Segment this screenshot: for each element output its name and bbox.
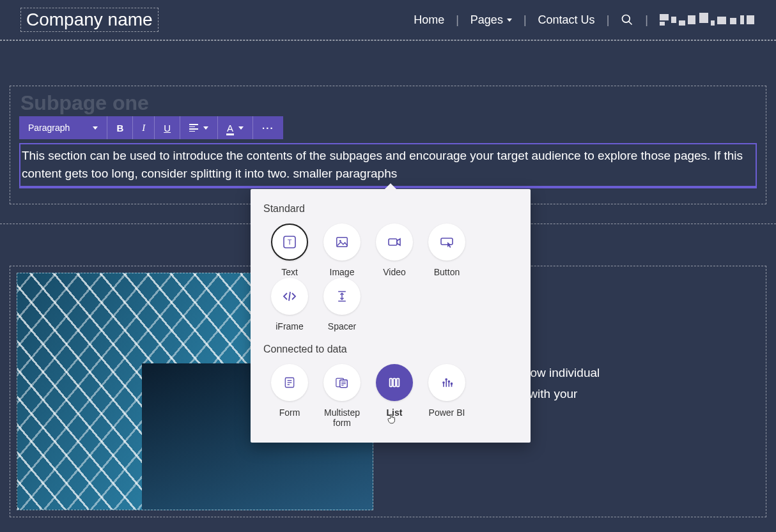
svg-line-1 — [629, 22, 632, 25]
italic-button[interactable]: I — [133, 116, 155, 139]
nav-contact[interactable]: Contact Us — [538, 13, 595, 27]
chevron-down-icon — [238, 126, 244, 130]
nav-home[interactable]: Home — [414, 13, 444, 27]
svg-rect-23 — [393, 378, 396, 386]
site-header: Company name Home | Pages | Contact Us |… — [0, 0, 776, 40]
popup-section-standard: Standard — [263, 203, 518, 215]
nav-separator: | — [607, 13, 610, 27]
nav-separator: | — [524, 13, 527, 27]
bold-button[interactable]: B — [107, 116, 133, 139]
powerbi-icon — [428, 364, 465, 401]
chevron-down-icon — [93, 126, 98, 130]
component-iframe[interactable]: iFrame — [263, 278, 316, 332]
nav-separator: | — [456, 13, 459, 27]
component-label: Video — [383, 267, 406, 278]
svg-point-30 — [446, 379, 447, 380]
popup-section-data: Connected to data — [263, 344, 518, 355]
text-icon: T — [271, 224, 308, 261]
svg-rect-24 — [397, 378, 400, 386]
image-icon — [323, 224, 361, 261]
company-name[interactable]: Company name — [20, 8, 159, 32]
component-label: Form — [279, 407, 300, 418]
svg-rect-4 — [337, 238, 348, 247]
underline-button[interactable]: U — [155, 116, 180, 139]
chevron-down-icon — [507, 19, 512, 22]
svg-point-0 — [623, 15, 630, 23]
svg-point-31 — [448, 381, 449, 382]
component-powerbi[interactable]: Power BI — [421, 364, 473, 429]
component-video[interactable]: Video — [368, 224, 421, 278]
svg-rect-6 — [389, 239, 397, 245]
component-label: Spacer — [328, 321, 356, 332]
list-icon — [376, 364, 413, 401]
nav-pages[interactable]: Pages — [470, 13, 512, 27]
paragraph-editor[interactable]: This section can be used to introduce th… — [19, 143, 757, 188]
more-options-button[interactable]: ··· — [253, 116, 283, 139]
button-icon — [428, 224, 465, 261]
component-list[interactable]: List — [368, 364, 421, 429]
svg-rect-7 — [441, 238, 453, 245]
svg-point-32 — [451, 383, 453, 384]
svg-text:T: T — [288, 238, 292, 246]
component-label: Image — [330, 267, 355, 278]
nav-separator: | — [645, 13, 648, 27]
component-multistep-form[interactable]: Multistep form — [316, 364, 368, 429]
iframe-icon — [271, 278, 308, 315]
spacer-icon — [323, 278, 361, 315]
component-image[interactable]: Image — [316, 224, 368, 278]
align-button[interactable] — [180, 116, 218, 139]
svg-rect-22 — [390, 378, 392, 386]
component-text[interactable]: T Text — [263, 224, 316, 278]
paragraph-style-select[interactable]: Paragraph — [19, 116, 107, 139]
component-label: Button — [434, 267, 460, 278]
form-icon — [271, 364, 308, 401]
search-icon[interactable] — [621, 13, 633, 26]
component-label: iFrame — [275, 321, 304, 332]
component-label: Text — [281, 267, 298, 278]
user-area-blurred[interactable] — [660, 13, 756, 27]
svg-line-8 — [289, 292, 290, 301]
rich-text-toolbar: Paragraph B I U A ··· — [19, 116, 283, 139]
cursor-hand-icon — [386, 413, 398, 425]
component-label: Power BI — [429, 407, 465, 418]
standard-components-grid: T Text Image Video Button iFram — [263, 224, 518, 332]
font-color-icon: A — [227, 123, 233, 133]
subpage-title[interactable]: Subpage one — [10, 91, 766, 115]
component-picker-popup: Standard T Text Image Video Button — [251, 189, 531, 443]
component-button[interactable]: Button — [421, 224, 473, 278]
component-spacer[interactable]: Spacer — [316, 278, 368, 332]
align-left-icon — [189, 124, 198, 132]
component-form[interactable]: Form — [263, 364, 316, 429]
svg-point-29 — [443, 382, 444, 383]
paragraph-style-label: Paragraph — [28, 123, 70, 133]
multistep-form-icon — [323, 364, 361, 401]
component-label: Multistep form — [316, 407, 368, 429]
top-nav: Home | Pages | Contact Us | | — [414, 13, 756, 27]
video-icon — [376, 224, 413, 261]
font-color-button[interactable]: A — [218, 116, 253, 139]
chevron-down-icon — [203, 126, 208, 130]
nav-pages-label: Pages — [470, 13, 503, 27]
data-components-grid: Form Multistep form List Power BI — [263, 364, 518, 429]
